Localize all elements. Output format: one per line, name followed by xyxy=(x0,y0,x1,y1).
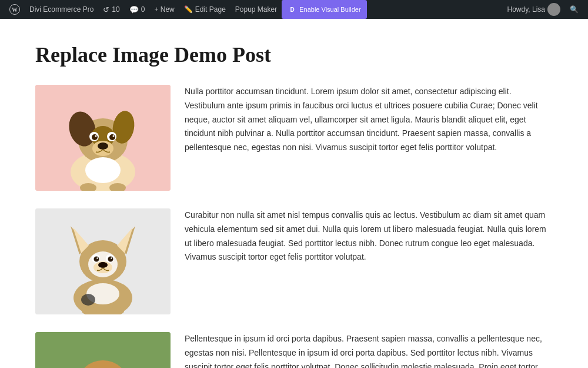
revisions-icon: ↺ xyxy=(103,5,109,14)
comments-icon: 💬 xyxy=(129,5,139,14)
svg-point-34 xyxy=(98,262,108,268)
enable-visual-builder-button[interactable]: D Enable Visual Builder xyxy=(282,0,366,19)
svg-point-36 xyxy=(81,294,95,306)
user-avatar xyxy=(547,3,560,16)
edit-page-button[interactable]: ✏️ Edit Page xyxy=(179,0,230,19)
post-text-2: Curabitur non nulla sit amet nisl tempus… xyxy=(185,208,553,264)
popup-maker-label: Popup Maker xyxy=(235,5,277,14)
post-section-2: Curabitur non nulla sit amet nisl tempus… xyxy=(35,208,553,314)
svg-point-15 xyxy=(98,142,108,150)
post-image-2 xyxy=(35,208,171,314)
howdy-menu[interactable]: Howdy, Lisa xyxy=(503,3,565,16)
svg-point-16 xyxy=(85,157,121,183)
howdy-label: Howdy, Lisa xyxy=(507,5,545,14)
svg-point-12 xyxy=(95,135,97,137)
page-title: Replace Image Demo Post xyxy=(35,42,553,67)
enable-vb-label: Enable Visual Builder xyxy=(299,6,360,13)
svg-point-32 xyxy=(111,257,112,258)
comments-button[interactable]: 💬 0 xyxy=(125,0,150,19)
wp-logo-button[interactable]: W xyxy=(5,0,25,19)
search-icon: 🔍 xyxy=(570,5,579,14)
divi-site-label: Divi Ecommerce Pro xyxy=(29,5,93,14)
edit-icon: ✏️ xyxy=(184,5,193,14)
search-button[interactable]: 🔍 xyxy=(565,5,583,14)
edit-page-label: Edit Page xyxy=(195,5,226,14)
page-content: Replace Image Demo Post xyxy=(0,19,588,368)
post-image-3 xyxy=(35,332,171,368)
svg-point-13 xyxy=(113,135,115,137)
divi-d-icon: D xyxy=(288,5,297,14)
svg-point-10 xyxy=(92,134,98,140)
svg-point-30 xyxy=(108,257,113,262)
new-label: + New xyxy=(154,5,174,14)
post-image-1 xyxy=(35,85,171,191)
svg-text:W: W xyxy=(12,6,18,13)
revisions-count: 10 xyxy=(112,5,119,14)
post-text-1: Nulla porttitor accumsan tincidunt. Lore… xyxy=(185,85,553,155)
new-content-button[interactable]: + New xyxy=(149,0,179,19)
post-text-3: Pellentesque in ipsum id orci porta dapi… xyxy=(185,332,553,368)
admin-bar: W Divi Ecommerce Pro ↺ 10 💬 0 + New ✏️ E… xyxy=(0,0,588,19)
comments-count: 0 xyxy=(141,5,145,14)
post-section-1: Nulla porttitor accumsan tincidunt. Lore… xyxy=(35,85,553,191)
post-section-3: Pellentesque in ipsum id orci porta dapi… xyxy=(35,332,553,368)
svg-point-31 xyxy=(96,257,98,258)
popup-maker-button[interactable]: Popup Maker xyxy=(230,0,282,19)
admin-bar-right: Howdy, Lisa 🔍 xyxy=(503,3,583,16)
svg-point-29 xyxy=(94,257,99,262)
divi-site-menu[interactable]: Divi Ecommerce Pro xyxy=(25,0,98,19)
svg-point-11 xyxy=(109,134,115,140)
revisions-button[interactable]: ↺ 10 xyxy=(98,0,124,19)
